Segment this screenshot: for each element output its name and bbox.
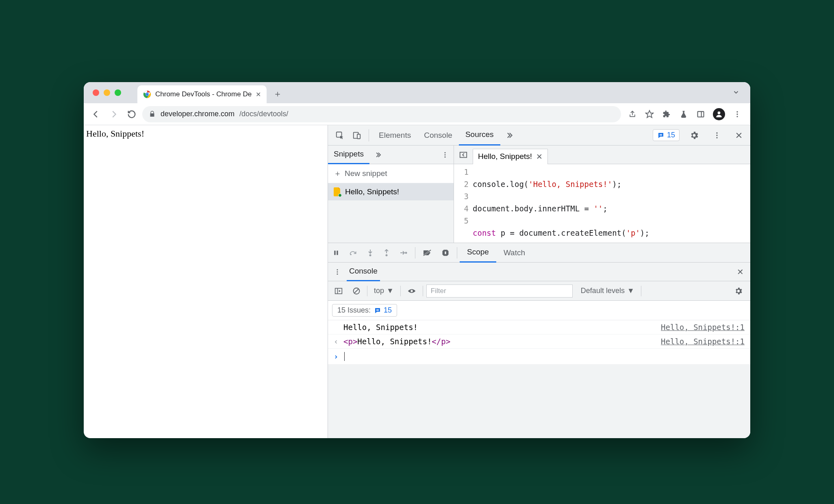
deactivate-breakpoints-icon[interactable]	[418, 249, 437, 256]
cursor	[344, 352, 345, 361]
bookmark-star-icon[interactable]	[645, 109, 654, 119]
snippet-file-icon	[334, 187, 341, 196]
reload-button[interactable]	[124, 107, 139, 122]
svg-point-40	[337, 273, 338, 274]
svg-point-19	[716, 137, 717, 138]
live-expression-icon[interactable]	[404, 288, 419, 294]
navigator-tabs: Snippets	[328, 146, 454, 164]
svg-point-33	[386, 254, 388, 256]
svg-point-22	[445, 152, 446, 153]
pause-on-exceptions-icon[interactable]	[437, 249, 454, 257]
file-nav-icon[interactable]	[456, 150, 470, 159]
clear-console-icon[interactable]	[349, 287, 364, 295]
step-out-icon[interactable]	[378, 249, 395, 256]
maximize-window-button[interactable]	[115, 89, 121, 96]
tab-scope[interactable]: Scope	[460, 243, 496, 263]
editor-tabs: Hello, Snippets! ✕	[454, 146, 750, 164]
page-viewport: Hello, Snippets!	[84, 125, 328, 438]
step-over-icon[interactable]	[344, 250, 362, 256]
console-filter-input[interactable]: Filter	[426, 285, 573, 298]
close-tab-button[interactable]: ✕	[256, 91, 261, 98]
svg-point-23	[445, 154, 446, 155]
console-sidebar-toggle-icon[interactable]	[331, 287, 346, 295]
tab-elements[interactable]: Elements	[372, 125, 417, 146]
console-source-link[interactable]: Hello, Snippets!:1	[661, 337, 745, 346]
row-spacer	[334, 323, 343, 332]
svg-point-10	[736, 113, 738, 115]
step-icon[interactable]	[395, 250, 413, 256]
close-editor-tab-icon[interactable]: ✕	[536, 152, 543, 161]
snippet-name: Hello, Snippets!	[345, 187, 399, 196]
toolbar-actions	[624, 108, 745, 120]
devtools-menu-icon[interactable]	[709, 131, 725, 139]
tab-watch[interactable]: Watch	[496, 243, 532, 263]
extensions-icon[interactable]	[662, 109, 671, 119]
back-button[interactable]	[89, 107, 103, 122]
drawer-menu-icon[interactable]	[328, 268, 347, 276]
share-icon[interactable]	[628, 109, 637, 119]
divider	[641, 286, 641, 296]
pause-icon[interactable]	[328, 250, 344, 256]
console-message: <p>Hello, Snippets!</p>	[343, 337, 661, 346]
new-snippet-button[interactable]: ＋ New snippet	[328, 164, 454, 183]
divider	[415, 247, 415, 259]
tab-bar: Chrome DevTools - Chrome De ✕ ＋	[84, 82, 750, 103]
context-selector[interactable]: top ▼	[371, 287, 397, 295]
console-source-link[interactable]: Hello, Snippets!:1	[661, 323, 745, 332]
new-tab-button[interactable]: ＋	[273, 88, 282, 103]
console-row[interactable]: ‹ <p>Hello, Snippets!</p> Hello, Snippet…	[328, 335, 750, 349]
console-settings-icon[interactable]	[730, 287, 747, 295]
navigator-menu-icon[interactable]	[437, 151, 454, 159]
svg-point-4	[146, 93, 148, 95]
chrome-favicon	[143, 90, 151, 98]
tabs-overflow-button[interactable]	[732, 89, 740, 96]
browser-window: Chrome DevTools - Chrome De ✕ ＋ develope…	[84, 82, 750, 438]
issues-count: 15	[384, 306, 392, 315]
browser-menu-icon[interactable]	[732, 109, 742, 119]
svg-rect-47	[376, 310, 379, 311]
minimize-window-button[interactable]	[104, 89, 110, 96]
log-levels-selector[interactable]: Default levels ▼	[578, 287, 638, 295]
issues-chip[interactable]: 15 Issues: 15	[332, 304, 397, 317]
profile-avatar[interactable]	[713, 108, 725, 120]
close-drawer-icon[interactable]: ✕	[730, 267, 750, 277]
plus-icon: ＋	[334, 168, 341, 179]
svg-point-24	[445, 156, 446, 157]
issues-indicator[interactable]: 15	[653, 129, 680, 141]
debugger-toolbar: Scope Watch	[328, 243, 750, 263]
url-path: /docs/devtools/	[239, 110, 288, 118]
inspect-icon[interactable]	[331, 131, 348, 140]
svg-rect-16	[660, 135, 662, 135]
editor-pane: Hello, Snippets! ✕ 1 2 3 4 5 console.log…	[454, 146, 750, 243]
device-toggle-icon[interactable]	[348, 131, 365, 140]
address-bar[interactable]: developer.chrome.com/docs/devtools/	[142, 106, 621, 122]
devtools-toolbar: Elements Console Sources 15	[328, 125, 750, 146]
svg-point-25	[339, 194, 342, 197]
message-icon	[374, 307, 381, 314]
close-devtools-icon[interactable]	[731, 131, 747, 139]
svg-marker-43	[339, 290, 341, 292]
svg-line-45	[354, 289, 358, 293]
svg-point-8	[718, 111, 721, 114]
labs-icon[interactable]	[679, 109, 688, 119]
console-row[interactable]: Hello, Snippets! Hello, Snippets!:1	[328, 320, 750, 335]
step-into-icon[interactable]	[362, 249, 378, 256]
message-icon	[657, 132, 665, 139]
tab-console[interactable]: Console	[417, 125, 459, 146]
forward-button[interactable]	[106, 107, 121, 122]
settings-gear-icon[interactable]	[685, 130, 703, 140]
tab-sources[interactable]: Sources	[459, 125, 500, 146]
browser-tab[interactable]: Chrome DevTools - Chrome De ✕	[137, 85, 267, 103]
console-prompt[interactable]: ›	[328, 349, 750, 364]
close-window-button[interactable]	[93, 89, 99, 96]
tabs-overflow-icon[interactable]	[500, 131, 518, 139]
navigator-overflow-icon[interactable]	[369, 151, 387, 159]
tab-snippets[interactable]: Snippets	[328, 146, 369, 164]
drawer-tab-console[interactable]: Console	[347, 263, 380, 281]
svg-point-34	[405, 252, 407, 254]
snippet-item[interactable]: Hello, Snippets!	[328, 183, 454, 200]
side-panel-icon[interactable]	[696, 109, 706, 119]
expand-caret-icon[interactable]: ‹	[334, 337, 343, 346]
editor-tab-title: Hello, Snippets!	[478, 152, 532, 161]
editor-tab[interactable]: Hello, Snippets! ✕	[473, 149, 548, 164]
